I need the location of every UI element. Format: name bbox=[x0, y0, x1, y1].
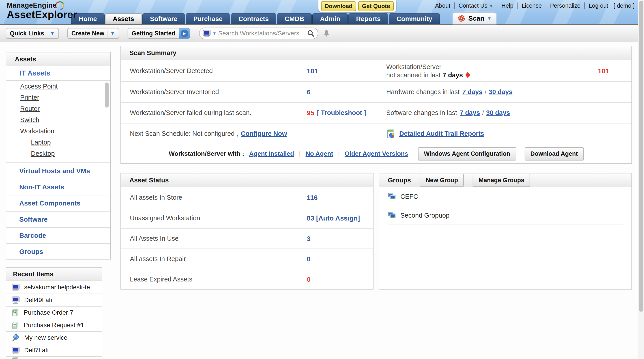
tab-reports[interactable]: Reports bbox=[348, 14, 388, 24]
stat-row-not-scanned: Workstation/Server not scanned in last 7… bbox=[378, 61, 632, 81]
workstation-link[interactable]: Workstation bbox=[20, 128, 54, 135]
getting-started-group: Getting Started ▶ bbox=[128, 28, 190, 39]
no-agent-link[interactable]: No Agent bbox=[306, 150, 333, 157]
windows-agent-config-button[interactable]: Windows Agent Configuration bbox=[418, 147, 516, 160]
it-assets-link[interactable]: IT Assets bbox=[20, 69, 50, 77]
software-link[interactable]: Software bbox=[19, 216, 48, 223]
tab-software[interactable]: Software bbox=[142, 14, 185, 24]
new-group-button[interactable]: New Group bbox=[420, 174, 464, 187]
menu-license[interactable]: License bbox=[518, 2, 546, 9]
access-point-link[interactable]: Access Point bbox=[20, 83, 58, 90]
stat-value-failed[interactable]: 95 bbox=[307, 109, 314, 117]
sidebar-item-laptop[interactable]: Laptop bbox=[6, 137, 110, 148]
tab-assets[interactable]: Assets bbox=[105, 14, 142, 24]
agent-installed-link[interactable]: Agent Installed bbox=[249, 150, 294, 157]
notification-bell-icon[interactable] bbox=[322, 29, 331, 38]
manage-groups-button[interactable]: Manage Groups bbox=[473, 174, 530, 187]
non-it-assets-link[interactable]: Non-IT Assets bbox=[19, 183, 64, 191]
printer-link[interactable]: Printer bbox=[20, 94, 39, 101]
getting-started-arrow-button[interactable]: ▶ bbox=[179, 28, 190, 39]
desktop-link[interactable]: Desktop bbox=[31, 150, 55, 157]
stat-row-next-scan: Next Scan Schedule: Not configured , Con… bbox=[121, 123, 378, 144]
page-scrollbar[interactable] bbox=[638, 0, 644, 359]
configure-now-link[interactable]: Configure Now bbox=[241, 130, 287, 137]
hardware-7days-link[interactable]: 7 days bbox=[462, 88, 482, 96]
search-input[interactable] bbox=[218, 30, 305, 37]
sidebar-item-switch[interactable]: Switch bbox=[6, 114, 110, 126]
sidebar-item-access-point[interactable]: Access Point bbox=[6, 81, 110, 92]
troubleshoot-link[interactable]: [ Troubleshoot ] bbox=[317, 109, 366, 117]
download-agent-button[interactable]: Download Agent bbox=[525, 147, 584, 160]
sidebar-item-virtual-hosts[interactable]: Virtual Hosts and VMs bbox=[6, 163, 110, 179]
group-row-cefc[interactable]: CEFC bbox=[388, 187, 623, 206]
chevron-down-icon[interactable]: ▼ bbox=[110, 31, 115, 36]
menu-about[interactable]: About bbox=[431, 2, 454, 9]
not-scanned-days[interactable]: 7 days bbox=[443, 71, 463, 79]
sidebar-item-it-assets[interactable]: IT Assets bbox=[6, 66, 110, 81]
virtual-hosts-link[interactable]: Virtual Hosts and VMs bbox=[19, 167, 90, 175]
laptop-link[interactable]: Laptop bbox=[31, 139, 51, 146]
menu-contact-us[interactable]: Contact Us▼ bbox=[454, 2, 497, 9]
chevron-down-icon[interactable]: ▼ bbox=[50, 31, 55, 36]
older-agent-versions-link[interactable]: Older Agent Versions bbox=[344, 150, 408, 157]
tab-cmdb[interactable]: CMDB bbox=[277, 14, 312, 24]
recent-item[interactable]: PO Purchase Request #1 bbox=[6, 319, 102, 331]
sidebar-item-printer[interactable]: Printer bbox=[6, 92, 110, 103]
status-value[interactable]: 0 bbox=[307, 255, 310, 263]
recent-item[interactable]: Dell7Lati bbox=[6, 344, 102, 356]
create-new-button[interactable]: Create New ▼ bbox=[68, 28, 119, 39]
sidebar-item-non-it-assets[interactable]: Non-IT Assets bbox=[6, 179, 110, 195]
status-value[interactable]: 116 bbox=[307, 194, 318, 201]
sidebar-scrollbar-thumb[interactable] bbox=[105, 83, 109, 108]
recent-item[interactable]: selvakumar.helpdesk-te... bbox=[6, 281, 102, 293]
sidebar-item-asset-components[interactable]: Asset Components bbox=[6, 195, 110, 211]
router-link[interactable]: Router bbox=[20, 105, 40, 113]
audit-trail-reports-link[interactable]: Detailed Audit Trail Reports bbox=[399, 130, 484, 137]
sort-updown-icon[interactable] bbox=[466, 72, 470, 78]
slash-separator: / bbox=[482, 109, 484, 117]
tab-purchase[interactable]: Purchase bbox=[186, 14, 230, 24]
recent-item[interactable]: Dell49Lati bbox=[6, 293, 102, 306]
hardware-30days-link[interactable]: 30 days bbox=[488, 88, 512, 96]
tab-admin[interactable]: Admin bbox=[312, 14, 348, 24]
stat-value[interactable]: 101 bbox=[307, 67, 318, 75]
menu-logout[interactable]: Log out bbox=[585, 2, 612, 9]
software-30days-link[interactable]: 30 days bbox=[486, 109, 510, 117]
quick-links-button[interactable]: Quick Links ▼ bbox=[6, 28, 59, 39]
menu-personalize[interactable]: Personalize bbox=[546, 2, 584, 9]
tab-contracts[interactable]: Contracts bbox=[231, 14, 276, 24]
sidebar-item-groups[interactable]: Groups bbox=[6, 243, 110, 259]
status-value-auto-assign[interactable]: 83 [Auto Assign] bbox=[307, 214, 360, 222]
tab-community[interactable]: Community bbox=[389, 14, 440, 24]
software-7days-link[interactable]: 7 days bbox=[460, 109, 480, 117]
search-box: ▼ bbox=[199, 28, 318, 39]
menu-help[interactable]: Help bbox=[497, 2, 517, 9]
group-row-second-group[interactable]: Second Gropuop bbox=[388, 206, 623, 225]
scan-button[interactable]: Scan ▼ bbox=[452, 12, 496, 24]
switch-link[interactable]: Switch bbox=[20, 116, 39, 124]
asset-components-link[interactable]: Asset Components bbox=[19, 199, 80, 207]
barcode-link[interactable]: Barcode bbox=[19, 232, 46, 239]
sidebar-item-software[interactable]: Software bbox=[6, 211, 110, 227]
search-scope-chevron-icon[interactable]: ▼ bbox=[212, 31, 216, 36]
getting-started-button[interactable]: Getting Started bbox=[128, 28, 179, 39]
stat-value[interactable]: 6 bbox=[307, 88, 310, 96]
page-scrollbar-thumb[interactable] bbox=[639, 1, 643, 312]
recent-item-partial[interactable] bbox=[6, 356, 102, 359]
get-quote-button[interactable]: Get Quote bbox=[358, 1, 394, 11]
quick-toolbar: Quick Links ▼ Create New ▼ Getting Start… bbox=[0, 24, 644, 42]
download-button[interactable]: Download bbox=[321, 1, 356, 11]
not-scanned-value[interactable]: 101 bbox=[598, 67, 609, 75]
sidebar-item-router[interactable]: Router bbox=[6, 103, 110, 114]
recent-item[interactable]: My new service bbox=[6, 331, 102, 344]
recent-item[interactable]: PO Purchase Order 7 bbox=[6, 306, 102, 319]
search-icon[interactable] bbox=[307, 30, 314, 37]
asset-status-panel: Asset Status All assets In Store 116 Una… bbox=[120, 173, 374, 289]
search-scope-monitor-icon[interactable] bbox=[203, 30, 211, 37]
status-value-lease-expired[interactable]: 0 bbox=[307, 276, 310, 283]
sidebar-item-workstation[interactable]: Workstation bbox=[6, 126, 110, 137]
groups-link[interactable]: Groups bbox=[19, 248, 43, 255]
sidebar-item-desktop[interactable]: Desktop bbox=[6, 148, 110, 159]
sidebar-item-barcode[interactable]: Barcode bbox=[6, 227, 110, 243]
status-value[interactable]: 3 bbox=[307, 235, 310, 242]
